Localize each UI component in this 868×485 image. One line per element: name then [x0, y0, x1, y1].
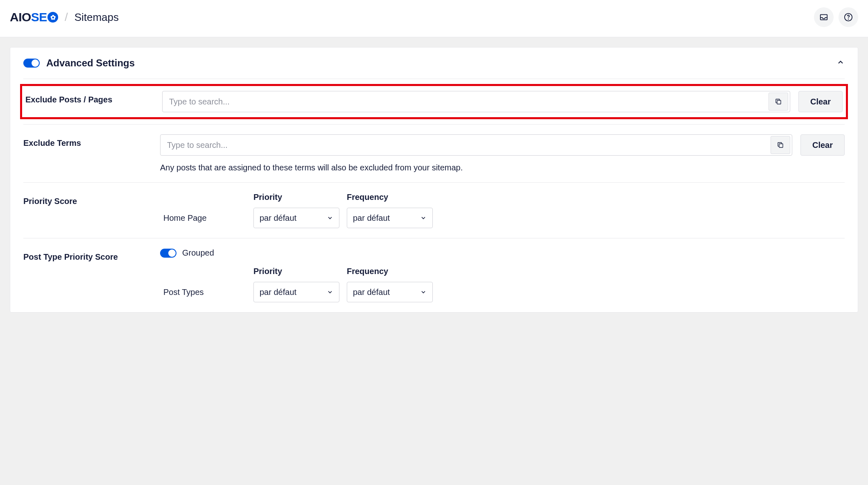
svg-rect-4	[779, 144, 783, 147]
logo-gear-circle: ✿	[47, 12, 58, 23]
breadcrumb-separator: /	[65, 11, 68, 24]
grouped-toggle-row: Grouped	[160, 248, 845, 258]
grouped-label: Grouped	[182, 248, 214, 258]
exclude-posts-label: Exclude Posts / Pages	[25, 91, 152, 104]
inbox-button[interactable]	[814, 7, 834, 27]
card-header[interactable]: Advanced Settings	[10, 48, 858, 79]
priority-headers: Priority Frequency	[160, 193, 845, 202]
card-header-left: Advanced Settings	[23, 57, 135, 69]
exclude-posts-row: Exclude Posts / Pages Clear	[10, 79, 858, 124]
priority-header-spacer	[160, 193, 246, 202]
collapse-button[interactable]	[836, 58, 845, 68]
help-icon	[844, 13, 853, 22]
homepage-frequency-select[interactable]: par défaut	[347, 208, 433, 228]
inbox-icon	[819, 13, 828, 22]
svg-rect-3	[777, 100, 781, 104]
post-type-priority-table: Priority Frequency Post Types par défaut…	[160, 267, 845, 302]
svg-point-2	[848, 19, 849, 19]
aioseo-logo: AIOSE✿	[10, 10, 58, 24]
logo-text-se: SE	[31, 10, 47, 24]
post-type-priority-row: Post Type Priority Score Grouped Priorit…	[10, 238, 858, 312]
priority-score-label: Priority Score	[23, 193, 150, 206]
exclude-terms-controls: Clear	[160, 134, 845, 156]
post-type-priority-label: Post Type Priority Score	[23, 248, 150, 262]
top-bar: AIOSE✿ / Sitemaps	[0, 0, 868, 37]
exclude-terms-content: Clear Any posts that are assigned to the…	[160, 134, 845, 172]
exclude-terms-copy-button[interactable]	[771, 136, 790, 154]
exclude-posts-copy-button[interactable]	[769, 93, 788, 111]
exclude-posts-controls: Clear	[162, 91, 843, 112]
chevron-down-icon	[420, 289, 427, 295]
exclude-terms-search-input[interactable]	[167, 141, 771, 150]
page-title: Sitemaps	[75, 11, 119, 24]
priority-table: Priority Frequency Home Page par défaut …	[160, 193, 845, 228]
posttypes-priority-value: par défaut	[260, 288, 296, 297]
post-type-header-frequency: Frequency	[347, 267, 433, 276]
advanced-settings-toggle[interactable]	[23, 59, 40, 68]
homepage-priority-value: par défaut	[260, 213, 296, 223]
card-title: Advanced Settings	[46, 57, 135, 69]
content-area: Advanced Settings Exclude Posts / Pages	[0, 37, 868, 322]
post-type-priority-headers: Priority Frequency	[160, 267, 845, 276]
exclude-terms-hint: Any posts that are assigned to these ter…	[160, 163, 845, 172]
gear-icon: ✿	[50, 14, 56, 21]
post-type-row-posttypes: Post Types par défaut par défaut	[160, 282, 845, 302]
post-type-priority-content: Grouped Priority Frequency Post Types pa…	[160, 248, 845, 302]
chevron-up-icon	[836, 58, 845, 66]
grouped-toggle[interactable]	[160, 249, 176, 258]
top-bar-left: AIOSE✿ / Sitemaps	[10, 10, 119, 24]
priority-rowlabel-homepage: Home Page	[160, 213, 246, 223]
chevron-down-icon	[327, 289, 333, 295]
exclude-terms-clear-button[interactable]: Clear	[800, 134, 845, 156]
posttypes-priority-select[interactable]: par défaut	[253, 282, 339, 302]
post-type-header-priority: Priority	[253, 267, 339, 276]
highlight-annotation: Exclude Posts / Pages Clear	[20, 84, 848, 119]
exclude-posts-clear-button[interactable]: Clear	[798, 91, 843, 112]
priority-row-homepage: Home Page par défaut par défaut	[160, 208, 845, 228]
chevron-down-icon	[327, 215, 333, 221]
chevron-down-icon	[420, 215, 427, 221]
posttypes-frequency-value: par défaut	[353, 288, 390, 297]
priority-header-frequency: Frequency	[347, 193, 433, 202]
exclude-terms-label: Exclude Terms	[23, 134, 150, 148]
exclude-terms-search-wrap	[160, 134, 792, 156]
priority-score-row: Priority Score Priority Frequency Home P…	[10, 183, 858, 238]
priority-score-content: Priority Frequency Home Page par défaut …	[160, 193, 845, 228]
exclude-terms-row: Exclude Terms Clear Any posts that are a…	[10, 125, 858, 182]
exclude-posts-content: Clear	[162, 91, 843, 112]
posttypes-frequency-select[interactable]: par défaut	[347, 282, 433, 302]
homepage-frequency-value: par défaut	[353, 213, 390, 223]
homepage-priority-select[interactable]: par défaut	[253, 208, 339, 228]
post-type-rowlabel: Post Types	[160, 288, 246, 297]
logo-text-aio: AIO	[10, 10, 31, 24]
copy-icon	[777, 141, 784, 149]
advanced-settings-card: Advanced Settings Exclude Posts / Pages	[10, 47, 858, 313]
priority-header-priority: Priority	[253, 193, 339, 202]
top-bar-right	[814, 7, 858, 27]
copy-icon	[775, 98, 782, 105]
post-type-header-spacer	[160, 267, 246, 276]
exclude-posts-search-wrap	[162, 91, 790, 112]
exclude-posts-search-input[interactable]	[169, 97, 769, 107]
help-button[interactable]	[839, 7, 858, 27]
